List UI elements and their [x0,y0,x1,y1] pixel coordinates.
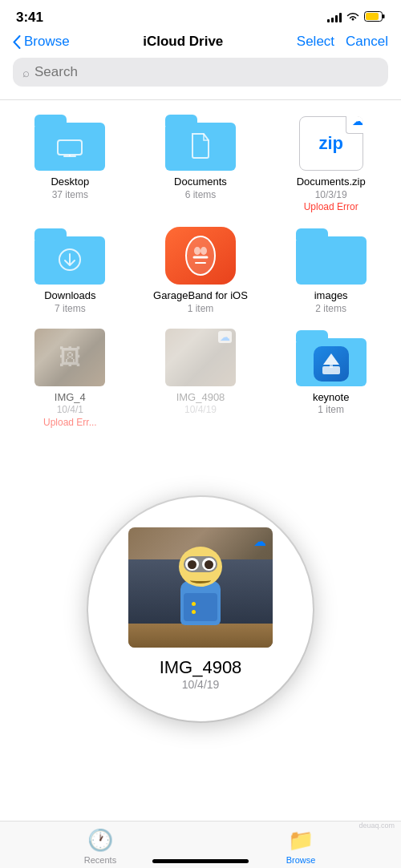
item-error: Upload Err... [43,417,97,430]
home-indicator [152,859,249,863]
keynote-folder-icon [296,329,367,386]
browse-icon: 📁 [288,828,314,853]
keynote-app-icon [314,346,349,382]
cloud-upload-icon: ☁ [352,115,363,127]
item-name: images [314,289,348,303]
svg-point-9 [194,247,200,255]
folder-icon [34,227,105,285]
recents-icon: 🕐 [87,828,113,853]
list-item[interactable]: keynote 1 item [269,329,393,430]
magnify-image: ☁ [128,527,273,648]
image-thumbnail: ☁ [165,329,236,386]
cancel-button[interactable]: Cancel [346,34,388,50]
divider [0,99,401,100]
svg-marker-14 [323,353,339,365]
list-item[interactable]: images 2 items [269,227,393,315]
tab-recents-label: Recents [84,855,116,865]
svg-rect-15 [330,365,333,368]
list-item[interactable]: zip ☁ Documents.zip 10/3/19 Upload Error [269,113,393,214]
item-name: IMG_4 [55,391,86,405]
back-button[interactable]: Browse [13,34,70,50]
item-sub: 7 items [55,303,86,316]
zip-icon: zip ☁ [296,113,367,171]
magnify-filename: IMG_4908 [160,657,242,678]
item-sub: 10/4/19 [184,404,217,417]
list-item[interactable]: Downloads 7 items [8,227,132,315]
item-name: Documents [174,176,227,189]
search-bar[interactable]: ⌕ [13,58,388,87]
item-sub: 37 items [52,189,88,202]
item-name: keynote [313,391,350,405]
wifi-icon [346,10,359,25]
item-sub: 1 item [318,404,344,417]
status-bar: 3:41 [0,0,401,30]
nav-actions: Select Cancel [297,34,388,50]
svg-point-10 [200,247,207,255]
list-item[interactable]: Documents 6 items [139,113,263,214]
zip-label: zip [318,133,343,154]
tab-browse[interactable]: 📁 Browse [269,828,333,865]
garageband-icon [165,227,236,285]
item-sub: 1 item [188,303,214,316]
folder-icon [165,113,236,171]
battery-icon [364,10,385,25]
item-sub: 6 items [185,189,217,202]
back-label: Browse [24,34,70,50]
item-name: GarageBand for iOS [153,289,248,303]
tab-recents[interactable]: 🕐 Recents [68,828,132,865]
list-item[interactable]: GarageBand for iOS 1 item [139,227,263,315]
desktop-icon [56,139,83,164]
svg-rect-3 [58,140,82,155]
list-item[interactable]: Desktop 37 items [8,113,132,214]
item-sub: 10/4/1 [57,404,83,417]
document-icon [189,132,212,164]
file-grid: Desktop 37 items Documents 6 items zip [0,113,401,442]
status-time: 3:41 [16,10,43,26]
magnify-cloud-icon: ☁ [253,534,266,549]
item-name: IMG_4908 [176,391,225,405]
nav-title: iCloud Drive [143,34,223,50]
select-button[interactable]: Select [297,34,334,50]
tab-browse-label: Browse [286,855,316,865]
item-sub: 2 items [315,303,346,316]
item-name: Documents.zip [297,176,366,189]
image-thumbnail: 🖼 [34,329,105,386]
list-item[interactable]: ☁ IMG_4908 10/4/19 [139,329,263,430]
magnify-overlay: ☁ IMG_4908 10/4/19 [88,497,313,721]
search-icon: ⌕ [22,66,30,79]
list-item[interactable]: 🖼 IMG_4 10/4/1 Upload Err... [8,329,132,430]
signal-icon [327,13,342,22]
download-icon [56,246,83,278]
cloud-icon: ☁ [218,331,232,343]
magnify-date: 10/4/19 [182,678,220,691]
folder-icon [34,113,105,171]
item-name: Desktop [51,176,89,189]
watermark: deuaq.com [358,822,395,830]
svg-rect-2 [366,13,379,20]
svg-rect-1 [383,14,385,18]
search-input[interactable] [34,64,379,80]
svg-point-8 [186,236,215,275]
item-name: Downloads [44,289,95,303]
folder-icon [296,227,367,285]
item-error: Upload Error [304,201,358,214]
nav-bar: Browse iCloud Drive Select Cancel [0,30,401,58]
status-icons [327,10,385,25]
item-sub: 10/3/19 [315,189,347,202]
